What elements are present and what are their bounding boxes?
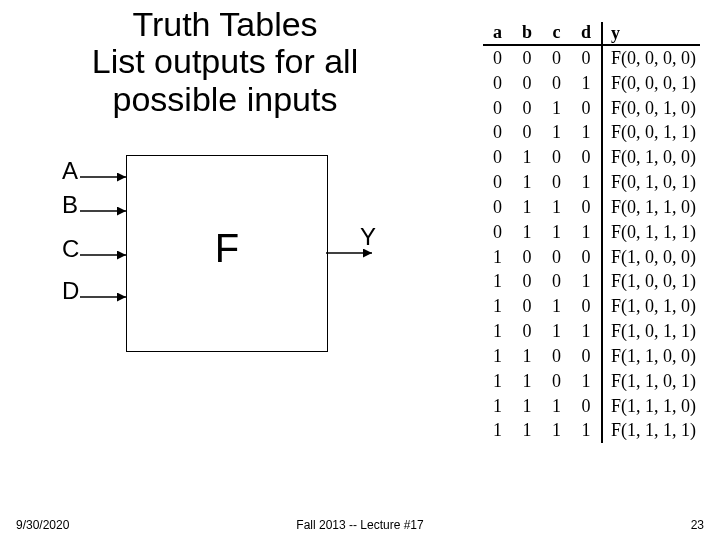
table-cell: 0 (571, 96, 602, 121)
table-cell: F(1, 1, 1, 1) (602, 418, 700, 443)
table-cell: 1 (542, 220, 571, 245)
table-cell: 0 (512, 319, 542, 344)
table-cell: 1 (512, 145, 542, 170)
table-cell: F(1, 1, 0, 0) (602, 344, 700, 369)
table-cell: 0 (483, 71, 512, 96)
table-cell: 0 (483, 170, 512, 195)
table-cell: F(1, 1, 0, 1) (602, 369, 700, 394)
table-cell: 0 (512, 71, 542, 96)
table-cell: 1 (512, 344, 542, 369)
table-cell: 0 (483, 96, 512, 121)
table-cell: 0 (571, 245, 602, 270)
table-row: 0010F(0, 0, 1, 0) (483, 96, 700, 121)
table-row: 1100F(1, 1, 0, 0) (483, 344, 700, 369)
table-row: 0101F(0, 1, 0, 1) (483, 170, 700, 195)
truth-table-header-row: a b c d y (483, 22, 700, 45)
table-cell: 1 (483, 294, 512, 319)
table-cell: 0 (483, 220, 512, 245)
table-cell: 0 (512, 245, 542, 270)
col-c: c (542, 22, 571, 45)
table-cell: 0 (483, 45, 512, 71)
table-row: 0111F(0, 1, 1, 1) (483, 220, 700, 245)
table-cell: 0 (512, 45, 542, 71)
table-cell: F(0, 1, 1, 1) (602, 220, 700, 245)
table-cell: 0 (542, 170, 571, 195)
table-cell: 1 (571, 71, 602, 96)
table-cell: 1 (512, 195, 542, 220)
footer-center: Fall 2013 -- Lecture #17 (0, 518, 720, 532)
table-row: 1000F(1, 0, 0, 0) (483, 245, 700, 270)
table-cell: F(0, 0, 1, 0) (602, 96, 700, 121)
table-row: 1110F(1, 1, 1, 0) (483, 394, 700, 419)
table-cell: 1 (512, 394, 542, 419)
table-cell: 1 (571, 369, 602, 394)
table-cell: 1 (542, 394, 571, 419)
table-cell: F(0, 0, 1, 1) (602, 120, 700, 145)
table-cell: 0 (571, 195, 602, 220)
table-cell: 1 (571, 269, 602, 294)
table-cell: F(0, 0, 0, 1) (602, 71, 700, 96)
table-row: 0011F(0, 0, 1, 1) (483, 120, 700, 145)
table-cell: 1 (542, 294, 571, 319)
table-cell: F(1, 0, 1, 0) (602, 294, 700, 319)
table-cell: 1 (542, 96, 571, 121)
table-cell: 1 (483, 394, 512, 419)
table-cell: F(0, 0, 0, 0) (602, 45, 700, 71)
table-row: 0000F(0, 0, 0, 0) (483, 45, 700, 71)
table-cell: 1 (542, 195, 571, 220)
table-cell: F(0, 1, 1, 0) (602, 195, 700, 220)
table-cell: 0 (571, 294, 602, 319)
table-cell: F(1, 0, 1, 1) (602, 319, 700, 344)
table-cell: 0 (571, 394, 602, 419)
table-row: 1010F(1, 0, 1, 0) (483, 294, 700, 319)
title-line-2: List outputs for all (92, 42, 358, 80)
table-cell: 0 (571, 45, 602, 71)
table-row: 1011F(1, 0, 1, 1) (483, 319, 700, 344)
table-cell: 1 (483, 245, 512, 270)
table-cell: 0 (571, 344, 602, 369)
table-cell: 0 (512, 294, 542, 319)
slide-title: Truth Tables List outputs for all possib… (60, 6, 390, 118)
table-cell: 1 (483, 269, 512, 294)
table-row: 1111F(1, 1, 1, 1) (483, 418, 700, 443)
col-d: d (571, 22, 602, 45)
table-cell: 0 (542, 45, 571, 71)
table-cell: F(0, 1, 0, 0) (602, 145, 700, 170)
table-cell: F(1, 0, 0, 1) (602, 269, 700, 294)
table-cell: 1 (571, 418, 602, 443)
table-cell: 0 (483, 120, 512, 145)
table-cell: 1 (542, 319, 571, 344)
table-row: 1001F(1, 0, 0, 1) (483, 269, 700, 294)
table-cell: 0 (542, 71, 571, 96)
table-cell: 0 (571, 145, 602, 170)
table-cell: 1 (512, 418, 542, 443)
table-cell: F(1, 1, 1, 0) (602, 394, 700, 419)
table-cell: 1 (483, 369, 512, 394)
table-row: 0100F(0, 1, 0, 0) (483, 145, 700, 170)
table-cell: 1 (512, 369, 542, 394)
table-row: 0110F(0, 1, 1, 0) (483, 195, 700, 220)
title-line-3: possible inputs (113, 80, 338, 118)
table-cell: 1 (512, 170, 542, 195)
table-cell: F(0, 1, 0, 1) (602, 170, 700, 195)
table-cell: 0 (483, 195, 512, 220)
table-row: 0001F(0, 0, 0, 1) (483, 71, 700, 96)
table-row: 1101F(1, 1, 0, 1) (483, 369, 700, 394)
table-cell: F(1, 0, 0, 0) (602, 245, 700, 270)
table-cell: 0 (542, 269, 571, 294)
table-cell: 1 (542, 418, 571, 443)
table-cell: 1 (483, 344, 512, 369)
title-line-1: Truth Tables (132, 5, 317, 43)
table-cell: 0 (542, 245, 571, 270)
truth-table: a b c d y 0000F(0, 0, 0, 0)0001F(0, 0, 0… (483, 22, 700, 443)
table-cell: 0 (512, 96, 542, 121)
table-cell: 1 (483, 418, 512, 443)
table-cell: 1 (512, 220, 542, 245)
table-cell: 1 (571, 170, 602, 195)
table-cell: 0 (542, 145, 571, 170)
table-cell: 0 (542, 344, 571, 369)
table-cell: 1 (542, 120, 571, 145)
table-cell: 1 (483, 319, 512, 344)
table-cell: 1 (571, 319, 602, 344)
col-b: b (512, 22, 542, 45)
